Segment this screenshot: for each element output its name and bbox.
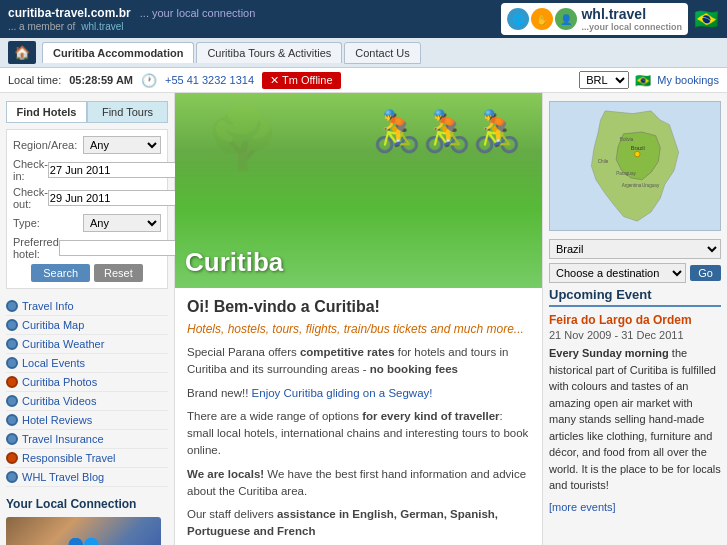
- responsible-travel-link[interactable]: Responsible Travel: [22, 452, 116, 464]
- local-connection-title: Your Local Connection: [6, 497, 168, 511]
- article: Oi! Bem-vindo a Curitiba! Hotels, hostel…: [175, 288, 542, 545]
- info-bar: Local time: 05:28:59 AM 🕐 +55 41 3232 13…: [0, 68, 727, 93]
- p1-bold2: no booking fees: [370, 363, 458, 375]
- p1-pre: Special Parana offers: [187, 346, 300, 358]
- go-button[interactable]: Go: [690, 265, 721, 281]
- list-item: Local Events: [6, 354, 168, 373]
- travel-info-link[interactable]: Travel Info: [22, 300, 74, 312]
- article-title: Oi! Bem-vindo a Curitiba!: [187, 298, 530, 316]
- svg-text:Bolivia: Bolivia: [620, 137, 634, 142]
- travel-insurance-link[interactable]: Travel Insurance: [22, 433, 104, 445]
- article-p4: We are locals! We have the best first ha…: [187, 466, 530, 501]
- local-events-link[interactable]: Local Events: [22, 357, 85, 369]
- info-bar-right: BRLUSDEUR 🇧🇷 My bookings: [579, 71, 719, 89]
- reset-button[interactable]: Reset: [94, 264, 143, 282]
- checkin-field[interactable]: [48, 162, 190, 178]
- left-sidebar: Find Hotels Find Tours Region/Area: Any …: [0, 93, 175, 545]
- curitiba-videos-link[interactable]: Curitiba Videos: [22, 395, 96, 407]
- event-description: Every Sunday morning the historical part…: [549, 345, 721, 494]
- whl-logo-text: whl.travel ...your local connection: [581, 6, 682, 32]
- list-item: Travel Insurance: [6, 430, 168, 449]
- local-time: 05:28:59 AM: [69, 74, 133, 86]
- svg-text:Uruguay: Uruguay: [642, 183, 660, 188]
- nav-tab-contact[interactable]: Contact Us: [344, 42, 420, 64]
- icon-world: 🌐: [507, 8, 529, 30]
- bullet-icon: [6, 471, 18, 483]
- info-bar-left: Local time: 05:28:59 AM 🕐 +55 41 3232 13…: [8, 72, 341, 89]
- member-text: ... a member of: [8, 21, 75, 32]
- form-buttons: Search Reset: [13, 264, 161, 282]
- nav-tab-tours[interactable]: Curitiba Tours & Activities: [196, 42, 342, 63]
- center-content: 🌳 🚴🚴🚴 Curitiba Oi! Bem-vindo a Curitiba!…: [175, 93, 542, 545]
- article-p3: There are a wide range of options for ev…: [187, 408, 530, 460]
- destination-selector[interactable]: Choose a destination: [549, 263, 686, 283]
- nav-bar: 🏠 Curitiba Accommodation Curitiba Tours …: [0, 38, 727, 68]
- site-name: curitiba-travel.com.br: [8, 6, 131, 20]
- map-area: Brazil Bolivia Chile Paraguay Argentina …: [549, 101, 721, 231]
- logo-area: 🌐 ✋ 👤 whl.travel ...your local connectio…: [501, 3, 719, 35]
- main-layout: Find Hotels Find Tours Region/Area: Any …: [0, 93, 727, 545]
- list-item: Responsible Travel: [6, 449, 168, 468]
- checkout-field[interactable]: [48, 190, 190, 206]
- home-button[interactable]: 🏠: [8, 41, 36, 64]
- icon-hand: ✋: [531, 8, 553, 30]
- x-icon: ✕: [270, 74, 279, 87]
- upcoming-events-title: Upcoming Event: [549, 287, 721, 307]
- country-selector[interactable]: Brazil: [549, 239, 721, 259]
- list-item: Curitiba Weather: [6, 335, 168, 354]
- checkout-label: Check-out:: [13, 186, 48, 210]
- list-item: Travel Info: [6, 297, 168, 316]
- offline-label: Tm Offline: [282, 74, 333, 86]
- p3-bold: for every kind of traveller: [362, 410, 499, 422]
- search-button[interactable]: Search: [31, 264, 90, 282]
- hotel-reviews-link[interactable]: Hotel Reviews: [22, 414, 92, 426]
- bullet-icon: [6, 338, 18, 350]
- currency-selector[interactable]: BRLUSDEUR: [579, 71, 629, 89]
- tab-find-hotels[interactable]: Find Hotels: [6, 101, 87, 123]
- my-bookings-link[interactable]: My bookings: [657, 74, 719, 86]
- p1-bold: competitive rates: [300, 346, 395, 358]
- hero-image: 🌳 🚴🚴🚴 Curitiba: [175, 93, 542, 288]
- bullet-icon: [6, 376, 18, 388]
- preferred-label: Preferred hotel:: [13, 236, 59, 260]
- article-p5: Our staff delivers assistance in English…: [187, 506, 530, 541]
- more-events-link[interactable]: [more events]: [549, 501, 616, 513]
- p2-pre: Brand new!!: [187, 387, 252, 399]
- event-name[interactable]: Feira do Largo da Ordem: [549, 313, 721, 327]
- whl-blog-link[interactable]: WHL Travel Blog: [22, 471, 104, 483]
- svg-text:Paraguay: Paraguay: [616, 171, 636, 176]
- tab-find-tours[interactable]: Find Tours: [87, 101, 168, 123]
- article-subtitle: Hotels, hostels, tours, flights, train/b…: [187, 322, 530, 336]
- region-select[interactable]: Any: [83, 136, 161, 154]
- curitiba-map-link[interactable]: Curitiba Map: [22, 319, 84, 331]
- region-label: Region/Area:: [13, 139, 83, 151]
- curitiba-photos-link[interactable]: Curitiba Photos: [22, 376, 97, 388]
- article-p2: Brand new!! Enjoy Curitiba gliding on a …: [187, 385, 530, 402]
- event-desc-bold: Every Sunday morning: [549, 347, 669, 359]
- p4-pre: We are locals!: [187, 468, 264, 480]
- event-date: 21 Nov 2009 - 31 Dec 2011: [549, 329, 721, 341]
- hotel-search-form: Region/Area: Any Check-in: 📅 Check-out: …: [6, 129, 168, 289]
- icon-person: 👤: [555, 8, 577, 30]
- checkout-row: Check-out: 📅: [13, 186, 161, 210]
- sidebar-links-list: Travel Info Curitiba Map Curitiba Weathe…: [6, 297, 168, 487]
- hero-city-name: Curitiba: [185, 247, 283, 278]
- curitiba-weather-link[interactable]: Curitiba Weather: [22, 338, 104, 350]
- svg-text:Chile: Chile: [598, 159, 609, 164]
- bullet-icon: [6, 452, 18, 464]
- bullet-icon: [6, 433, 18, 445]
- whl-link[interactable]: whl.travel: [81, 21, 123, 32]
- type-label: Type:: [13, 217, 83, 229]
- local-connection-photo: 👥: [6, 517, 161, 545]
- phone-number[interactable]: +55 41 3232 1314: [165, 74, 254, 86]
- bullet-icon: [6, 300, 18, 312]
- type-row: Type: Any: [13, 214, 161, 232]
- cyclists-icon: 🚴🚴🚴: [372, 108, 522, 155]
- type-select[interactable]: Any: [83, 214, 161, 232]
- top-header: curitiba-travel.com.br ... your local co…: [0, 0, 727, 38]
- preferred-row: Preferred hotel:: [13, 236, 161, 260]
- segway-link[interactable]: Enjoy Curitiba gliding on a Segway!: [252, 387, 433, 399]
- event-desc-text: the historical part of Curitiba is fulfi…: [549, 347, 721, 491]
- nav-tab-accommodation[interactable]: Curitiba Accommodation: [42, 42, 194, 63]
- offline-button[interactable]: ✕ Tm Offline: [262, 72, 341, 89]
